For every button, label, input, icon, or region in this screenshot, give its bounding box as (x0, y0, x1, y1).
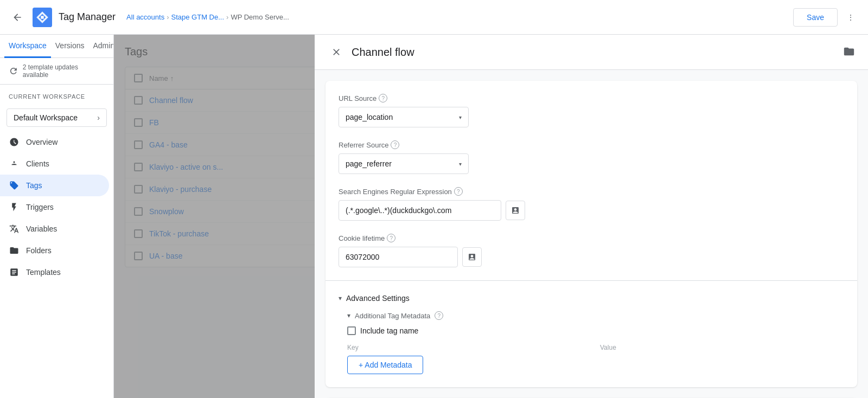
sidebar-item-tags-label: Tags (26, 181, 42, 190)
main-content: Tags Name ↑ Channel flow FB (114, 35, 868, 398)
include-tag-name-label: Include tag name (360, 326, 418, 335)
meta-value-header: Value (600, 344, 844, 351)
advanced-settings-chevron-icon: ▾ (339, 294, 342, 302)
clock-icon (9, 137, 20, 147)
update-banner-text: 2 template updates available (23, 63, 105, 79)
divider (326, 280, 857, 281)
layout: Workspace Versions Admin 2 template upda… (0, 35, 868, 398)
sidebar-item-folders[interactable]: Folders (0, 240, 109, 261)
refresh-icon (9, 66, 18, 76)
meta-key-header: Key (347, 344, 591, 351)
breadcrumb: All accounts › Stape GTM De... › WP Demo… (126, 13, 787, 21)
card-body: URL Source ? page_location ▾ Referrer So… (326, 81, 857, 387)
config-card: URL Source ? page_location ▾ Referrer So… (326, 81, 857, 387)
advanced-settings-section: ▾ Advanced Settings ▾ Additional Tag Met… (339, 294, 844, 374)
sidebar-item-folders-label: Folders (26, 246, 52, 255)
cookie-lifetime-field: Cookie lifetime ? (339, 234, 844, 267)
breadcrumb-sep2: › (226, 13, 228, 21)
sidebar-section-label: CURRENT WORKSPACE (0, 85, 113, 104)
include-tag-name-checkbox[interactable] (347, 326, 356, 335)
sidebar-item-triggers[interactable]: Triggers (0, 196, 109, 218)
variable-icon (9, 223, 20, 234)
url-source-chevron-icon: ▾ (459, 114, 462, 120)
edit-panel: Channel flow URL Source ? page_locat (315, 35, 868, 398)
sidebar-item-tags[interactable]: Tags (0, 175, 109, 196)
metadata-chevron-icon: ▾ (347, 312, 350, 319)
sidebar-item-overview[interactable]: Overview (0, 131, 109, 153)
tab-admin[interactable]: Admin (88, 35, 114, 58)
url-source-label: URL Source ? (339, 94, 844, 102)
sidebar: Workspace Versions Admin 2 template upda… (0, 35, 114, 398)
template-icon (9, 267, 20, 278)
advanced-settings-toggle[interactable]: ▾ Advanced Settings (339, 294, 844, 303)
folder-icon (9, 245, 20, 256)
workspace-name: Default Workspace (14, 113, 78, 122)
topbar-right: Save ⋮ (793, 8, 859, 27)
sidebar-nav: Overview Clients Tags Triggers (0, 131, 113, 283)
tab-versions[interactable]: Versions (51, 35, 89, 58)
cookie-lifetime-input[interactable] (339, 247, 458, 267)
referrer-source-field: Referrer Source ? page_referrer ▾ (339, 140, 844, 174)
panel-title: Channel flow (352, 46, 837, 59)
cookie-lifetime-input-row (339, 247, 844, 267)
additional-metadata-section: ▾ Additional Tag Metadata ? Include tag … (347, 311, 844, 374)
search-engines-input-row (339, 200, 844, 221)
referrer-source-select[interactable]: page_referrer ▾ (339, 153, 469, 174)
url-source-select[interactable]: page_location ▾ (339, 107, 469, 127)
search-engines-label: Search Engines Regular Expression ? (339, 187, 844, 196)
sidebar-item-triggers-label: Triggers (26, 203, 54, 211)
sidebar-item-variables-label: Variables (26, 224, 57, 233)
update-banner[interactable]: 2 template updates available (0, 58, 113, 85)
referrer-source-label: Referrer Source ? (339, 140, 844, 149)
sidebar-item-overview-label: Overview (26, 138, 58, 146)
person-icon (9, 158, 20, 169)
referrer-source-value: page_referrer (346, 159, 392, 168)
workspace-chevron-icon: › (97, 113, 100, 122)
panel-folder-icon[interactable] (843, 46, 855, 59)
breadcrumb-container: WP Demo Serve... (231, 13, 289, 21)
url-source-field: URL Source ? page_location ▾ (339, 94, 844, 127)
app-title: Tag Manager (59, 11, 116, 23)
include-tag-name-row: Include tag name (347, 326, 844, 335)
lightning-icon (9, 202, 20, 213)
search-engines-picker-button[interactable] (506, 201, 525, 220)
search-engines-input[interactable] (339, 200, 501, 221)
gtm-logo-icon (33, 8, 52, 27)
additional-metadata-toggle[interactable]: ▾ Additional Tag Metadata ? (347, 311, 844, 320)
sidebar-item-clients-label: Clients (26, 159, 49, 168)
breadcrumb-account[interactable]: Stape GTM De... (171, 13, 225, 21)
topbar: Tag Manager All accounts › Stape GTM De.… (0, 0, 868, 35)
cookie-lifetime-label: Cookie lifetime ? (339, 234, 844, 242)
tag-icon (9, 180, 20, 191)
svg-rect-3 (41, 16, 43, 18)
workspace-selector[interactable]: Default Workspace › (7, 108, 107, 127)
cookie-lifetime-help-icon[interactable]: ? (387, 234, 395, 242)
advanced-settings-label: Advanced Settings (346, 294, 410, 303)
referrer-source-help-icon[interactable]: ? (391, 140, 399, 149)
metadata-table-header: Key Value (347, 344, 844, 351)
tab-workspace[interactable]: Workspace (4, 35, 51, 58)
cookie-lifetime-picker-button[interactable] (462, 247, 482, 267)
panel-close-button[interactable] (328, 43, 345, 61)
more-options-button[interactable]: ⋮ (842, 9, 859, 26)
sidebar-item-variables[interactable]: Variables (0, 218, 109, 240)
save-button[interactable]: Save (793, 8, 838, 27)
sidebar-item-templates[interactable]: Templates (0, 261, 109, 283)
url-source-value: page_location (346, 113, 393, 121)
breadcrumb-all-accounts[interactable]: All accounts (126, 13, 164, 21)
search-engines-help-icon[interactable]: ? (454, 187, 463, 196)
sidebar-tabs: Workspace Versions Admin (0, 35, 113, 58)
sidebar-item-templates-label: Templates (26, 268, 61, 277)
referrer-source-chevron-icon: ▾ (459, 161, 462, 167)
additional-metadata-label: Additional Tag Metadata (355, 312, 430, 320)
search-engines-field: Search Engines Regular Expression ? (339, 187, 844, 221)
add-metadata-button[interactable]: + Add Metadata (347, 356, 423, 374)
additional-metadata-help-icon[interactable]: ? (435, 311, 443, 320)
breadcrumb-sep1: › (167, 13, 169, 21)
back-button[interactable] (9, 9, 26, 26)
sidebar-item-clients[interactable]: Clients (0, 153, 109, 175)
url-source-help-icon[interactable]: ? (379, 94, 387, 102)
panel-header: Channel flow (315, 35, 868, 70)
